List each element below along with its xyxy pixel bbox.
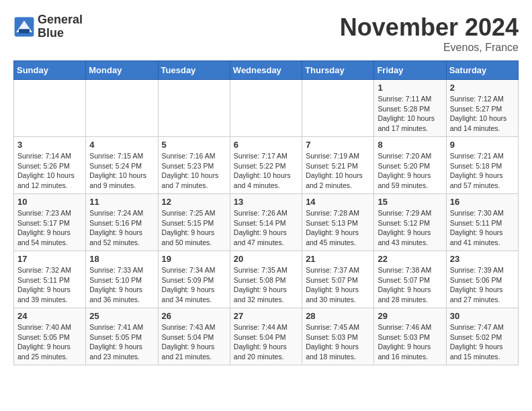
logo-text: General Blue <box>38 13 83 40</box>
day-info: Sunrise: 7:17 AM Sunset: 5:22 PM Dayligh… <box>234 151 298 191</box>
day-info: Sunrise: 7:38 AM Sunset: 5:07 PM Dayligh… <box>378 265 442 305</box>
day-number: 26 <box>162 311 226 321</box>
weekday-header-thursday: Thursday <box>302 61 374 80</box>
logo-icon <box>13 16 35 38</box>
day-info: Sunrise: 7:47 AM Sunset: 5:02 PM Dayligh… <box>450 322 515 362</box>
calendar-cell: 14Sunrise: 7:28 AM Sunset: 5:13 PM Dayli… <box>302 194 374 251</box>
calendar-cell: 28Sunrise: 7:45 AM Sunset: 5:03 PM Dayli… <box>302 308 374 365</box>
weekday-header-wednesday: Wednesday <box>230 61 302 80</box>
calendar-week-1: 1Sunrise: 7:11 AM Sunset: 5:28 PM Daylig… <box>14 80 519 137</box>
calendar-cell <box>158 80 230 137</box>
calendar-cell: 2Sunrise: 7:12 AM Sunset: 5:27 PM Daylig… <box>446 80 518 137</box>
day-info: Sunrise: 7:33 AM Sunset: 5:10 PM Dayligh… <box>89 265 154 305</box>
day-number: 23 <box>450 254 515 264</box>
svg-rect-2 <box>19 29 30 33</box>
day-number: 9 <box>450 140 515 150</box>
day-number: 2 <box>450 83 515 93</box>
day-info: Sunrise: 7:21 AM Sunset: 5:18 PM Dayligh… <box>450 151 515 191</box>
calendar-cell: 11Sunrise: 7:24 AM Sunset: 5:16 PM Dayli… <box>86 194 158 251</box>
calendar-cell <box>230 80 302 137</box>
day-info: Sunrise: 7:30 AM Sunset: 5:11 PM Dayligh… <box>450 208 515 248</box>
calendar-cell: 1Sunrise: 7:11 AM Sunset: 5:28 PM Daylig… <box>374 80 446 137</box>
day-number: 28 <box>306 311 370 321</box>
calendar-cell: 17Sunrise: 7:32 AM Sunset: 5:11 PM Dayli… <box>14 251 86 308</box>
day-info: Sunrise: 7:40 AM Sunset: 5:05 PM Dayligh… <box>17 322 82 362</box>
day-number: 21 <box>306 254 370 264</box>
day-number: 11 <box>89 197 154 207</box>
title-area: November 2024 Evenos, France <box>340 13 519 54</box>
day-info: Sunrise: 7:34 AM Sunset: 5:09 PM Dayligh… <box>162 265 226 305</box>
day-info: Sunrise: 7:28 AM Sunset: 5:13 PM Dayligh… <box>306 208 370 248</box>
day-number: 30 <box>450 311 515 321</box>
calendar-cell: 13Sunrise: 7:26 AM Sunset: 5:14 PM Dayli… <box>230 194 302 251</box>
calendar-cell: 20Sunrise: 7:35 AM Sunset: 5:08 PM Dayli… <box>230 251 302 308</box>
weekday-header-row: SundayMondayTuesdayWednesdayThursdayFrid… <box>14 61 519 80</box>
day-info: Sunrise: 7:20 AM Sunset: 5:20 PM Dayligh… <box>378 151 442 191</box>
day-number: 1 <box>378 83 442 93</box>
day-info: Sunrise: 7:35 AM Sunset: 5:08 PM Dayligh… <box>234 265 298 305</box>
day-info: Sunrise: 7:45 AM Sunset: 5:03 PM Dayligh… <box>306 322 370 362</box>
calendar-cell: 4Sunrise: 7:15 AM Sunset: 5:24 PM Daylig… <box>86 137 158 194</box>
weekday-header-monday: Monday <box>86 61 158 80</box>
calendar-cell: 3Sunrise: 7:14 AM Sunset: 5:26 PM Daylig… <box>14 137 86 194</box>
day-number: 29 <box>378 311 442 321</box>
day-info: Sunrise: 7:41 AM Sunset: 5:05 PM Dayligh… <box>89 322 154 362</box>
weekday-header-friday: Friday <box>374 61 446 80</box>
weekday-header-tuesday: Tuesday <box>158 61 230 80</box>
calendar-cell: 27Sunrise: 7:44 AM Sunset: 5:04 PM Dayli… <box>230 308 302 365</box>
day-info: Sunrise: 7:32 AM Sunset: 5:11 PM Dayligh… <box>17 265 82 305</box>
weekday-header-saturday: Saturday <box>446 61 518 80</box>
calendar-week-4: 17Sunrise: 7:32 AM Sunset: 5:11 PM Dayli… <box>14 251 519 308</box>
calendar-cell: 10Sunrise: 7:23 AM Sunset: 5:17 PM Dayli… <box>14 194 86 251</box>
logo: General Blue <box>13 13 83 40</box>
calendar-week-3: 10Sunrise: 7:23 AM Sunset: 5:17 PM Dayli… <box>14 194 519 251</box>
day-number: 20 <box>234 254 298 264</box>
page-header: General Blue November 2024 Evenos, Franc… <box>13 13 519 54</box>
calendar-cell <box>302 80 374 137</box>
calendar-cell: 25Sunrise: 7:41 AM Sunset: 5:05 PM Dayli… <box>86 308 158 365</box>
day-info: Sunrise: 7:25 AM Sunset: 5:15 PM Dayligh… <box>162 208 226 248</box>
day-number: 27 <box>234 311 298 321</box>
day-info: Sunrise: 7:37 AM Sunset: 5:07 PM Dayligh… <box>306 265 370 305</box>
day-info: Sunrise: 7:39 AM Sunset: 5:06 PM Dayligh… <box>450 265 515 305</box>
calendar-cell: 24Sunrise: 7:40 AM Sunset: 5:05 PM Dayli… <box>14 308 86 365</box>
day-info: Sunrise: 7:23 AM Sunset: 5:17 PM Dayligh… <box>17 208 82 248</box>
day-number: 4 <box>89 140 154 150</box>
day-info: Sunrise: 7:11 AM Sunset: 5:28 PM Dayligh… <box>378 94 442 134</box>
calendar-cell: 29Sunrise: 7:46 AM Sunset: 5:03 PM Dayli… <box>374 308 446 365</box>
day-number: 22 <box>378 254 442 264</box>
day-number: 6 <box>234 140 298 150</box>
day-number: 5 <box>162 140 226 150</box>
calendar-cell: 9Sunrise: 7:21 AM Sunset: 5:18 PM Daylig… <box>446 137 518 194</box>
calendar-week-2: 3Sunrise: 7:14 AM Sunset: 5:26 PM Daylig… <box>14 137 519 194</box>
calendar-cell: 7Sunrise: 7:19 AM Sunset: 5:21 PM Daylig… <box>302 137 374 194</box>
calendar-cell: 18Sunrise: 7:33 AM Sunset: 5:10 PM Dayli… <box>86 251 158 308</box>
day-info: Sunrise: 7:46 AM Sunset: 5:03 PM Dayligh… <box>378 322 442 362</box>
day-info: Sunrise: 7:26 AM Sunset: 5:14 PM Dayligh… <box>234 208 298 248</box>
calendar-table: SundayMondayTuesdayWednesdayThursdayFrid… <box>13 60 519 365</box>
calendar-cell: 12Sunrise: 7:25 AM Sunset: 5:15 PM Dayli… <box>158 194 230 251</box>
calendar-cell: 26Sunrise: 7:43 AM Sunset: 5:04 PM Dayli… <box>158 308 230 365</box>
day-info: Sunrise: 7:24 AM Sunset: 5:16 PM Dayligh… <box>89 208 154 248</box>
day-number: 3 <box>17 140 82 150</box>
month-title: November 2024 <box>340 13 519 42</box>
day-number: 10 <box>17 197 82 207</box>
day-info: Sunrise: 7:19 AM Sunset: 5:21 PM Dayligh… <box>306 151 370 191</box>
calendar-week-5: 24Sunrise: 7:40 AM Sunset: 5:05 PM Dayli… <box>14 308 519 365</box>
day-number: 19 <box>162 254 226 264</box>
calendar-cell: 22Sunrise: 7:38 AM Sunset: 5:07 PM Dayli… <box>374 251 446 308</box>
calendar-cell: 5Sunrise: 7:16 AM Sunset: 5:23 PM Daylig… <box>158 137 230 194</box>
day-info: Sunrise: 7:44 AM Sunset: 5:04 PM Dayligh… <box>234 322 298 362</box>
day-number: 17 <box>17 254 82 264</box>
calendar-cell: 6Sunrise: 7:17 AM Sunset: 5:22 PM Daylig… <box>230 137 302 194</box>
day-number: 25 <box>89 311 154 321</box>
calendar-cell: 21Sunrise: 7:37 AM Sunset: 5:07 PM Dayli… <box>302 251 374 308</box>
calendar-cell: 15Sunrise: 7:29 AM Sunset: 5:12 PM Dayli… <box>374 194 446 251</box>
day-number: 12 <box>162 197 226 207</box>
day-number: 16 <box>450 197 515 207</box>
day-info: Sunrise: 7:29 AM Sunset: 5:12 PM Dayligh… <box>378 208 442 248</box>
day-number: 7 <box>306 140 370 150</box>
day-number: 13 <box>234 197 298 207</box>
calendar-cell <box>14 80 86 137</box>
location-title: Evenos, France <box>340 42 519 54</box>
